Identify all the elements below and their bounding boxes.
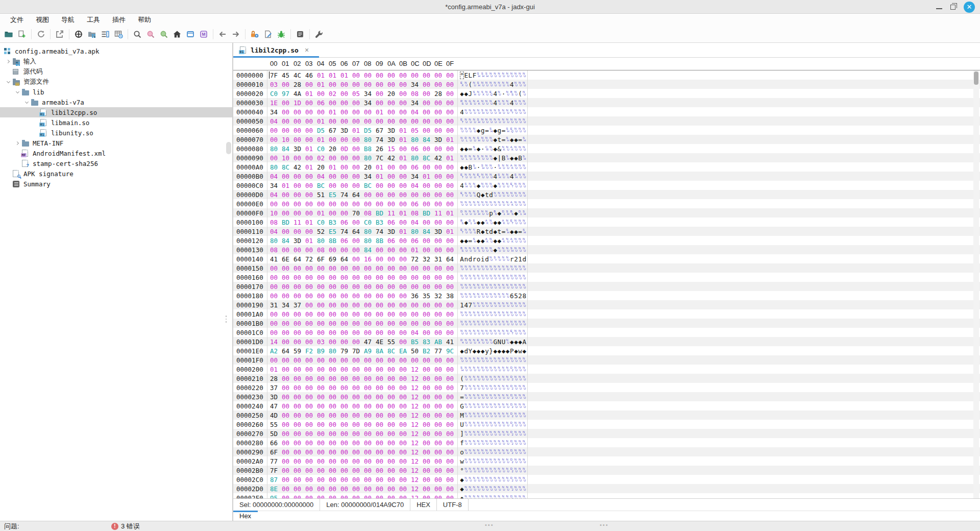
hex-byte[interactable]: 00 — [329, 439, 340, 447]
hex-row[interactable]: 000021028000000000000000000000012000000(… — [233, 374, 980, 383]
hex-byte[interactable]: 00 — [282, 320, 293, 327]
ascii-control-char[interactable]: NU — [501, 200, 505, 208]
ascii-char[interactable]: 4 — [493, 173, 497, 180]
ascii-control-char[interactable]: NU — [481, 366, 485, 373]
ascii-control-char[interactable]: NU — [506, 81, 510, 88]
ascii-control-char[interactable]: NU — [472, 173, 476, 180]
ascii-control-char[interactable]: NU — [506, 292, 510, 300]
hex-byte[interactable]: 31 — [270, 301, 282, 309]
ascii-control-char[interactable]: NU — [472, 402, 476, 410]
ascii-control-char[interactable]: NU — [506, 71, 510, 79]
hex-byte[interactable]: 00 — [352, 485, 364, 493]
ascii-control-char[interactable]: NU — [468, 200, 472, 208]
hex-byte[interactable]: 32 — [423, 255, 434, 263]
hex-byte[interactable]: 00 — [411, 310, 423, 318]
ascii-char[interactable]: r — [510, 255, 514, 263]
hex-byte[interactable]: 3D — [434, 136, 446, 143]
hex-byte[interactable]: 00 — [446, 421, 458, 428]
ascii-control-char[interactable]: NU — [485, 264, 489, 272]
ascii-control-char[interactable]: SY — [493, 255, 497, 263]
ascii-control-char[interactable]: NK — [501, 145, 505, 153]
ascii-control-char[interactable]: NU — [522, 320, 526, 327]
hex-byte[interactable]: BC — [364, 182, 376, 189]
tab-libil2cpp[interactable]: 01 libil2cpp.so × — [240, 43, 309, 57]
hex-byte[interactable]: 00 — [352, 310, 364, 318]
ascii-control-char[interactable]: NU — [514, 310, 518, 318]
hex-byte[interactable]: 50 — [411, 347, 423, 355]
ascii-control-char[interactable]: NU — [497, 81, 501, 88]
ascii-control-char[interactable]: NU — [506, 283, 510, 291]
hex-row[interactable]: 0000070001000000100000080743D0180843D01N… — [233, 135, 980, 144]
hex-byte[interactable]: 00 — [340, 163, 352, 171]
ascii-control-char[interactable]: NU — [497, 274, 501, 281]
ascii-control-char[interactable]: SH — [506, 136, 510, 143]
ascii-char[interactable]: ( — [460, 375, 464, 382]
hex-byte[interactable]: 77 — [434, 347, 446, 355]
ascii-control-char[interactable]: NU — [506, 467, 510, 474]
hex-byte[interactable]: 00 — [423, 237, 434, 245]
ascii-char[interactable]: ◆ — [493, 228, 497, 235]
hex-byte[interactable]: 00 — [423, 476, 434, 484]
hex-byte[interactable]: 00 — [399, 310, 411, 318]
hex-byte[interactable]: 00 — [364, 412, 376, 419]
hex-byte[interactable]: 00 — [376, 430, 387, 438]
ascii-control-char[interactable]: NU — [485, 136, 489, 143]
hex-byte[interactable]: 00 — [293, 338, 305, 346]
ascii-char[interactable]: o — [477, 255, 481, 263]
ascii-control-char[interactable]: NU — [481, 402, 485, 410]
ascii-control-char[interactable]: NU — [497, 467, 501, 474]
hex-byte[interactable]: 00 — [446, 356, 458, 364]
hex-byte[interactable]: 47 — [270, 402, 282, 410]
hex-byte[interactable]: AB — [434, 338, 446, 346]
ascii-control-char[interactable]: NU — [501, 173, 505, 180]
ascii-control-char[interactable]: NU — [506, 264, 510, 272]
ascii-control-char[interactable]: NU — [493, 264, 497, 272]
ascii-control-char[interactable]: NU — [481, 393, 485, 401]
ascii-control-char[interactable]: NU — [501, 283, 505, 291]
hex-byte[interactable]: 59 — [293, 347, 305, 355]
hex-byte[interactable]: 20 — [317, 163, 329, 171]
ascii-char[interactable]: ◆ — [510, 338, 514, 346]
ascii-control-char[interactable]: NU — [489, 255, 493, 263]
ascii-control-char[interactable]: D2 — [510, 402, 514, 410]
hex-byte[interactable]: 00 — [305, 402, 317, 410]
hex-byte[interactable]: 00 — [293, 430, 305, 438]
hex-byte[interactable]: 00 — [305, 485, 317, 493]
hex-byte[interactable]: 00 — [305, 338, 317, 346]
ascii-control-char[interactable]: NU — [464, 329, 468, 336]
ascii-control-char[interactable]: NU — [497, 402, 501, 410]
hex-byte[interactable]: 08 — [317, 246, 329, 254]
ascii-control-char[interactable]: NU — [522, 366, 526, 373]
ascii-char[interactable]: } — [489, 347, 493, 355]
ascii-control-char[interactable]: NU — [518, 191, 522, 199]
ascii-control-char[interactable]: NU — [468, 264, 472, 272]
hex-byte[interactable]: 28 — [434, 90, 446, 98]
hex-byte[interactable]: 00 — [329, 209, 340, 217]
hex-byte[interactable]: 00 — [329, 393, 340, 401]
ascii-control-char[interactable]: NU — [472, 412, 476, 419]
ascii-control-char[interactable]: NU — [468, 448, 472, 456]
ascii-control-char[interactable]: NU — [501, 301, 505, 309]
hex-byte[interactable]: 00 — [352, 154, 364, 162]
tree-expander-icon[interactable] — [4, 81, 13, 83]
hex-byte[interactable]: 00 — [364, 476, 376, 484]
ascii-control-char[interactable]: SH — [477, 136, 481, 143]
ascii-control-char[interactable]: NU — [506, 246, 510, 254]
ascii-control-char[interactable]: NU — [472, 81, 476, 88]
ascii-control-char[interactable]: NU — [493, 71, 497, 79]
ascii-control-char[interactable]: NU — [472, 209, 476, 217]
ascii-control-char[interactable]: BS — [460, 219, 464, 226]
hex-byte[interactable]: 00 — [282, 494, 293, 499]
hex-byte[interactable]: 00 — [329, 301, 340, 309]
hex-byte[interactable]: 00 — [293, 117, 305, 125]
hex-byte[interactable]: 42 — [387, 154, 399, 162]
ascii-control-char[interactable]: NU — [506, 329, 510, 336]
hex-byte[interactable]: 00 — [293, 476, 305, 484]
hex-byte[interactable]: 00 — [434, 173, 446, 180]
ascii-control-char[interactable]: NU — [493, 356, 497, 364]
hex-byte[interactable]: 00 — [423, 127, 434, 134]
ascii-control-char[interactable]: NU — [489, 237, 493, 245]
hex-byte[interactable]: 00 — [387, 99, 399, 107]
ascii-char[interactable]: ◆ — [464, 145, 468, 153]
ascii-char[interactable]: M — [460, 412, 464, 419]
